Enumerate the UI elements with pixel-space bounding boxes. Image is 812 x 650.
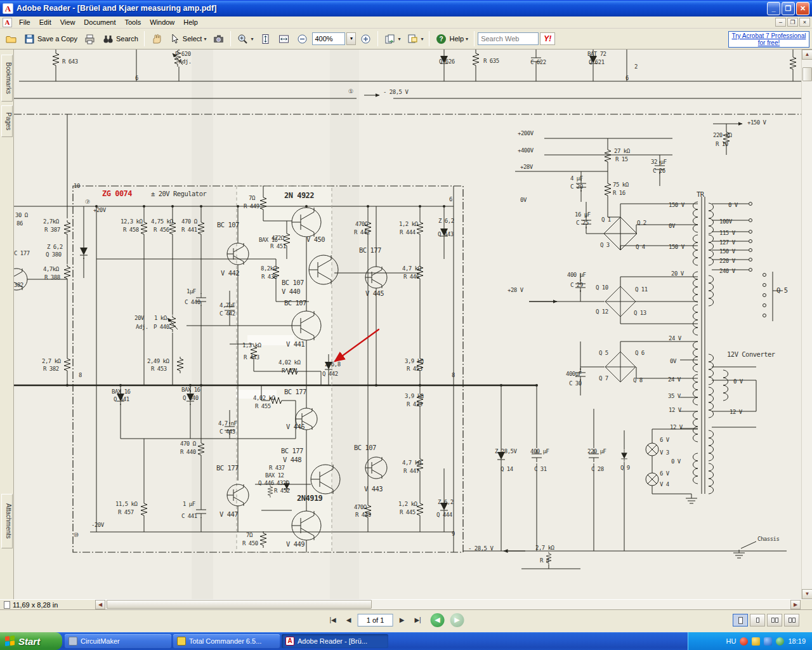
adobe-reader-window: A Adobe Reader - [Brüel and Kjaer measur…: [0, 0, 812, 650]
zoom-in-icon: [360, 33, 372, 45]
menu-tools[interactable]: Tools: [121, 17, 146, 27]
zoom-dropdown-caret[interactable]: ▾: [251, 36, 253, 42]
open-button[interactable]: [3, 30, 20, 47]
toolbar-separator: [429, 31, 429, 46]
close-button[interactable]: ✕: [796, 2, 809, 15]
select-dropdown-caret[interactable]: ▾: [204, 36, 206, 42]
text-select-icon: [169, 33, 181, 45]
network-tray-icon[interactable]: [776, 637, 784, 646]
horizontal-scrollbar[interactable]: [105, 600, 790, 609]
system-tray: HU 18:19: [688, 632, 812, 650]
horizontal-scroll-thumb[interactable]: [107, 600, 372, 609]
page-navigation-bar: |◀ ◀ 1 of 1 ▶ ▶| ◀ ▶: [0, 609, 812, 632]
facing-view-button[interactable]: [767, 614, 782, 627]
volume-tray-icon[interactable]: [764, 637, 772, 646]
review-comment-caret[interactable]: ▾: [421, 36, 423, 42]
scroll-left-button[interactable]: ◀: [95, 600, 105, 609]
menu-edit[interactable]: Edit: [35, 17, 56, 27]
vertical-scrollbar[interactable]: ▲ ▼: [801, 50, 812, 599]
language-indicator[interactable]: HU: [726, 637, 737, 645]
menu-view[interactable]: View: [56, 17, 80, 27]
zoom-level-combobox[interactable]: 400%: [312, 32, 345, 45]
task-button-adobe-reader[interactable]: A Adobe Reader - [Brü...: [282, 634, 388, 648]
menu-file[interactable]: File: [15, 17, 35, 27]
continuous-facing-view-button[interactable]: [784, 614, 799, 627]
last-page-button[interactable]: ▶|: [411, 613, 425, 627]
next-view-button[interactable]: ▶: [450, 613, 464, 627]
help-button[interactable]: ? Help ▾: [433, 30, 471, 47]
window-title: Adobe Reader - [Brüel and Kjaer measurin…: [16, 4, 766, 13]
create-pdf-button[interactable]: ▾: [381, 30, 403, 47]
toolbar-separator: [474, 31, 475, 46]
acrobat-promo-link[interactable]: Try Acrobat 7 Professional for free!: [728, 31, 809, 48]
tab-pages[interactable]: Pages: [1, 105, 13, 137]
zoom-tool-button[interactable]: ▾: [234, 30, 256, 47]
start-label: Start: [18, 636, 40, 647]
zoom-level-dropdown-button[interactable]: ▾: [346, 32, 356, 45]
fit-page-icon: [259, 33, 272, 45]
floppy-disk-icon: [23, 33, 36, 45]
title-bar: A Adobe Reader - [Brüel and Kjaer measur…: [0, 0, 812, 17]
clock[interactable]: 18:19: [788, 637, 806, 645]
previous-page-button[interactable]: ◀: [342, 613, 356, 627]
adobe-reader-task-icon: A: [285, 637, 294, 646]
next-page-button[interactable]: ▶: [395, 613, 409, 627]
page-indicator[interactable]: 1 of 1: [358, 614, 393, 627]
search-button[interactable]: Search: [100, 30, 141, 47]
update-tray-icon[interactable]: [752, 637, 760, 646]
windows-logo-icon: [5, 635, 15, 647]
tab-attachments[interactable]: Attachments: [1, 494, 13, 548]
scroll-down-button[interactable]: ▼: [802, 589, 812, 599]
zoom-level-value: 400%: [315, 35, 343, 43]
save-copy-button[interactable]: Save a Copy: [21, 30, 80, 47]
document-page[interactable]: R 643P 620Adj.Q 626R 635C 622BAT 72Q 621…: [14, 50, 801, 599]
start-button[interactable]: Start: [0, 632, 62, 650]
scroll-up-button[interactable]: ▲: [802, 50, 812, 60]
first-page-button[interactable]: |◀: [326, 613, 340, 627]
vertical-scroll-thumb[interactable]: [802, 67, 812, 81]
task-button-circuitmaker[interactable]: CircuitMaker: [65, 634, 171, 648]
magnifier-plus-icon: [237, 33, 249, 45]
mdi-close-button[interactable]: ×: [799, 18, 810, 27]
menu-help[interactable]: Help: [179, 17, 202, 27]
windows-taskbar: Start CircuitMaker Total Commander 6.5..…: [0, 632, 812, 650]
toolbar-separator: [230, 31, 231, 46]
mdi-minimize-button[interactable]: –: [775, 18, 786, 27]
security-alert-tray-icon[interactable]: [740, 637, 748, 646]
yahoo-button[interactable]: Y!: [540, 32, 555, 45]
zoom-out-button[interactable]: [294, 30, 311, 47]
promo-line-1: Try Acrobat 7 Professional: [732, 32, 806, 39]
continuous-view-button[interactable]: [750, 614, 765, 627]
fit-width-button[interactable]: [275, 30, 292, 47]
task-button-total-commander[interactable]: Total Commander 6.5...: [173, 634, 280, 648]
create-pdf-caret[interactable]: ▾: [398, 36, 400, 42]
hand-tool-button[interactable]: [148, 30, 165, 47]
previous-view-button[interactable]: ◀: [431, 613, 445, 627]
select-tool-button[interactable]: Select ▾: [166, 30, 209, 47]
mdi-restore-button[interactable]: ❐: [787, 18, 798, 27]
search-web-input[interactable]: [478, 32, 539, 45]
help-dropdown-caret[interactable]: ▾: [466, 36, 468, 42]
minimize-button[interactable]: _: [767, 2, 780, 15]
task-label: Total Commander 6.5...: [189, 637, 261, 645]
fit-page-button[interactable]: [257, 30, 274, 47]
toolbar-separator: [377, 31, 378, 46]
select-label: Select: [183, 35, 202, 43]
svg-text:?: ?: [440, 36, 443, 43]
tab-bookmarks[interactable]: Bookmarks: [1, 55, 13, 102]
main-toolbar: Save a Copy Search Select ▾ ▾: [0, 29, 812, 50]
menu-document[interactable]: Document: [79, 17, 120, 27]
zoom-in-button[interactable]: [357, 30, 374, 47]
printer-icon: [84, 33, 96, 45]
scroll-right-button[interactable]: ▶: [790, 600, 801, 609]
task-label: Adobe Reader - [Brü...: [298, 637, 367, 645]
camera-icon: [213, 33, 225, 45]
menu-window[interactable]: Window: [145, 17, 179, 27]
review-comment-button[interactable]: ▾: [404, 30, 426, 47]
mdi-window-controls: – ❐ ×: [774, 18, 812, 27]
help-label: Help: [449, 35, 464, 43]
maximize-button[interactable]: ❐: [782, 2, 795, 15]
single-page-view-button[interactable]: [733, 614, 748, 627]
snapshot-tool-button[interactable]: [210, 30, 227, 47]
print-button[interactable]: [81, 30, 98, 47]
